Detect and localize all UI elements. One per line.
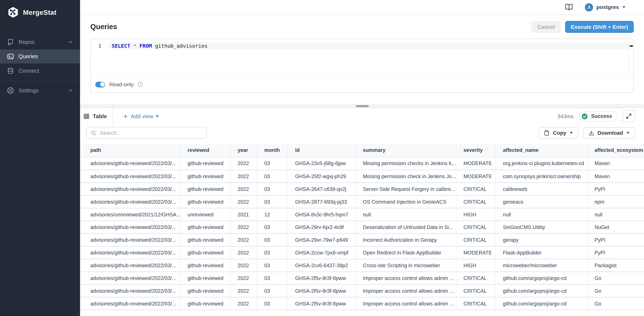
cell-path: advisories/github-reviewed/2022/03/... xyxy=(80,297,180,310)
cell-affected-name: null xyxy=(495,208,587,221)
sidebar-item-connect[interactable]: Connect xyxy=(0,64,80,78)
download-button[interactable]: Download xyxy=(583,127,635,138)
table-row[interactable]: advisories/github-reviewed/2022/03/... g… xyxy=(80,272,644,285)
table-row[interactable]: advisories/unreviewed/2021/12/GHSA... un… xyxy=(80,208,644,221)
results-table-body: advisories/github-reviewed/2022/03/... g… xyxy=(80,157,644,310)
table-row[interactable]: advisories/github-reviewed/2022/03/... g… xyxy=(80,297,644,310)
cell-summary: Improper access control allows admin ... xyxy=(355,285,456,297)
cell-path: advisories/github-reviewed/2022/03/... xyxy=(80,195,180,208)
page-title: Queries xyxy=(90,22,117,31)
docs-book-icon[interactable] xyxy=(565,3,573,11)
cell-affected-ecosystem: Packagist xyxy=(587,259,644,272)
cell-affected-name: genieacs xyxy=(495,195,587,208)
column-header-severity[interactable]: severity xyxy=(456,144,495,157)
download-label: Download xyxy=(598,130,623,136)
cell-path: advisories/github-reviewed/2022/03/... xyxy=(80,170,180,183)
cell-reviewed: github-reviewed xyxy=(180,183,230,195)
cell-year: 2021 xyxy=(230,208,257,221)
cancel-button[interactable]: Cancel xyxy=(531,21,561,33)
cell-path: advisories/github-reviewed/2022/03/... xyxy=(80,259,180,272)
table-row[interactable]: advisories/github-reviewed/2022/03/... g… xyxy=(80,285,644,297)
app-root: MergeStat Repos xyxy=(0,0,644,316)
sidebar-item-queries[interactable]: Queries xyxy=(0,49,80,64)
cell-summary: Deserialization of Untrusted Data in Si.… xyxy=(355,221,456,234)
cell-affected-ecosystem: Maven xyxy=(587,170,644,183)
sidebar-item-label: Repos xyxy=(18,39,63,45)
sql-table-name: github_advisories xyxy=(155,43,208,49)
cell-severity: MODERATE xyxy=(456,170,495,183)
cell-id: GHSA-2f5v-8r3f-8pww xyxy=(288,285,355,297)
cell-year: 2022 xyxy=(230,195,257,208)
info-icon[interactable] xyxy=(138,82,143,87)
editor-scrollbar-thumb[interactable] xyxy=(630,45,633,47)
column-header-path[interactable]: path xyxy=(80,144,180,157)
topbar: postgres xyxy=(80,0,644,15)
cell-month: 12 xyxy=(257,208,288,221)
cell-year: 2022 xyxy=(230,246,257,259)
table-row[interactable]: advisories/github-reviewed/2022/03/... g… xyxy=(80,170,644,183)
cell-id: GHSA-8v3c-9hr5-hqm7 xyxy=(288,208,355,221)
mergestat-logo-icon xyxy=(7,6,19,18)
user-menu[interactable]: postgres xyxy=(585,3,626,11)
expand-button[interactable] xyxy=(622,110,635,122)
add-view-button[interactable]: Add view xyxy=(123,113,159,119)
logo[interactable]: MergeStat xyxy=(0,0,80,18)
column-header-affected-ecosystem[interactable]: affected_ecosystem xyxy=(587,144,644,157)
cell-severity: HIGH xyxy=(456,259,495,272)
column-header-year[interactable]: year xyxy=(230,144,257,157)
readonly-toggle[interactable] xyxy=(95,81,105,87)
sql-editor[interactable]: 1 SELECT * FROM github_advisories xyxy=(91,42,633,77)
filter-row: Copy Download xyxy=(80,124,644,139)
table-row[interactable]: advisories/github-reviewed/2022/03/... g… xyxy=(80,157,644,170)
cell-id: GHSA-2877-693q-pj33 xyxy=(288,195,355,208)
cell-reviewed: github-reviewed xyxy=(180,234,230,246)
topbar-divider xyxy=(579,3,579,12)
terminal-icon xyxy=(7,53,14,60)
sidebar-nav: Repos Queries xyxy=(0,35,80,98)
tab-table-label: Table xyxy=(93,113,107,119)
cell-affected-ecosystem: Go xyxy=(587,285,644,297)
table-row[interactable]: advisories/github-reviewed/2022/03/... g… xyxy=(80,246,644,259)
cell-summary: Server-Side Request Forgery in calibre..… xyxy=(355,183,456,195)
cell-month: 03 xyxy=(257,183,288,195)
cell-path: advisories/github-reviewed/2022/03/... xyxy=(80,157,180,170)
cell-id: GHSA-2647-c639-qv2j xyxy=(288,183,355,195)
code-content: SELECT * FROM github_advisories xyxy=(109,42,633,49)
sidebar-item-label: Connect xyxy=(18,68,73,74)
status-text: Success xyxy=(591,113,612,119)
sidebar-item-settings[interactable]: Settings xyxy=(0,83,80,98)
table-row[interactable]: advisories/github-reviewed/2022/03/... g… xyxy=(80,259,644,272)
cell-affected-name: gerapy xyxy=(495,234,587,246)
column-header-summary[interactable]: summary xyxy=(355,144,456,157)
column-header-id[interactable]: id xyxy=(288,144,355,157)
cell-summary: Cross-site Scripting in microweber xyxy=(355,259,456,272)
cell-severity: MODERATE xyxy=(456,157,495,170)
cell-year: 2022 xyxy=(230,183,257,195)
copy-button[interactable]: Copy xyxy=(539,127,578,138)
column-header-affected-name[interactable]: affected_name xyxy=(495,144,587,157)
avatar xyxy=(585,3,593,11)
execute-button[interactable]: Execute (Shift + Enter) xyxy=(565,21,634,33)
spacer xyxy=(80,93,644,104)
cell-severity: HIGH xyxy=(456,208,495,221)
cell-path: advisories/github-reviewed/2022/03/... xyxy=(80,272,180,285)
table-row[interactable]: advisories/github-reviewed/2022/03/... g… xyxy=(80,195,644,208)
cell-affected-name: github.com/argoproj/argo-cd xyxy=(495,272,587,285)
cell-summary: Improper access control allows admin ... xyxy=(355,272,456,285)
search-input[interactable] xyxy=(100,130,202,136)
cell-id: GHSA-25f2-wgxj-ph29 xyxy=(288,170,355,183)
column-header-month[interactable]: month xyxy=(257,144,288,157)
editor-scrollbar[interactable] xyxy=(629,42,633,77)
panel-resize-handle[interactable] xyxy=(356,105,368,107)
table-row[interactable]: advisories/github-reviewed/2022/03/... g… xyxy=(80,183,644,195)
cell-year: 2022 xyxy=(230,272,257,285)
cell-affected-name: github.com/argoproj/argo-cd xyxy=(495,285,587,297)
cell-summary: Open Redirect in Flask-AppBuilder xyxy=(355,246,456,259)
tab-table[interactable]: Table xyxy=(80,108,113,124)
table-row[interactable]: advisories/github-reviewed/2022/03/... g… xyxy=(80,234,644,246)
table-row[interactable]: advisories/github-reviewed/2022/03/... g… xyxy=(80,221,644,234)
column-header-reviewed[interactable]: reviewed xyxy=(180,144,230,157)
database-icon xyxy=(7,67,14,74)
sidebar-item-repos[interactable]: Repos xyxy=(0,35,80,49)
search-box xyxy=(86,127,206,139)
